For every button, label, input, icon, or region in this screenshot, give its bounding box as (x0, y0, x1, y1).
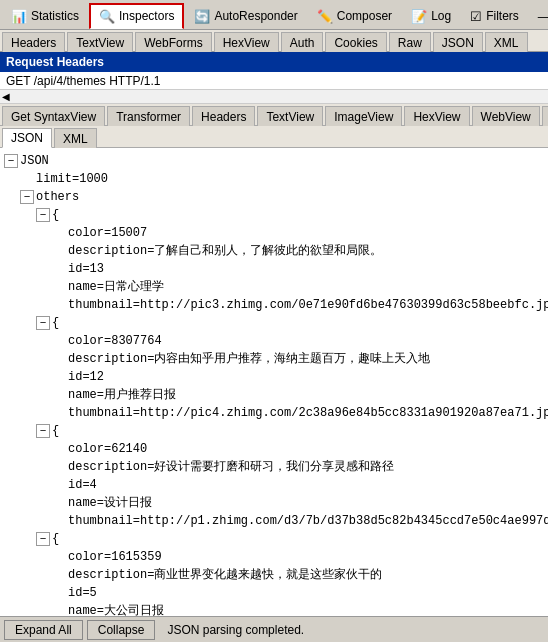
expand-icon[interactable]: − (36, 532, 50, 546)
tree-key-value: description=内容由知乎用户推荐，海纳主题百万，趣味上天入地 (68, 350, 430, 368)
tab-textview[interactable]: TextView (67, 32, 133, 52)
tree-node: thumbnail=http://pic3.zhimg.com/0e71e90f… (4, 296, 544, 314)
tree-node: −{ (4, 314, 544, 332)
json-content-area: −JSONlimit=1000−others−{color=15007descr… (0, 148, 548, 616)
request-headers-bar: Request Headers (0, 52, 548, 72)
tab-webforms[interactable]: WebForms (135, 32, 211, 52)
tab-xml2[interactable]: XML (54, 128, 97, 148)
tree-key-value: id=4 (68, 476, 97, 494)
top-tabbar: 📊 Statistics 🔍 Inspectors 🔄 AutoResponde… (0, 0, 548, 30)
tab-cookies[interactable]: Cookies (325, 32, 386, 52)
tab-composer[interactable]: ✏️ Composer (308, 3, 401, 29)
tree-label: others (36, 188, 79, 206)
log-icon: 📝 (411, 9, 427, 24)
tree-key-value: name=用户推荐日报 (68, 386, 176, 404)
second-tabbar: Headers TextView WebForms HexView Auth C… (0, 30, 548, 52)
expand-icon[interactable]: − (20, 190, 34, 204)
tree-key-value: id=13 (68, 260, 104, 278)
request-url: GET /api/4/themes HTTP/1.1 (0, 72, 548, 90)
tree-node: id=5 (4, 584, 544, 602)
tree-node: description=内容由知乎用户推荐，海纳主题百万，趣味上天入地 (4, 350, 544, 368)
tree-key-value: color=62140 (68, 440, 147, 458)
tree-node: id=12 (4, 368, 544, 386)
tree-key-value: id=12 (68, 368, 104, 386)
filters-icon: ☑ (470, 9, 482, 24)
tab-filters[interactable]: ☑ Filters (461, 3, 528, 29)
json-tree[interactable]: −JSONlimit=1000−others−{color=15007descr… (0, 148, 548, 616)
status-text: JSON parsing completed. (167, 623, 304, 637)
tree-node: description=商业世界变化越来越快，就是这些家伙干的 (4, 566, 544, 584)
expand-icon[interactable]: − (36, 316, 50, 330)
tab-transformer[interactable]: Transformer (107, 106, 190, 126)
autoresponder-icon: 🔄 (194, 9, 210, 24)
tree-node: thumbnail=http://p1.zhimg.com/d3/7b/d37b… (4, 512, 544, 530)
tree-node: color=1615359 (4, 548, 544, 566)
collapse-button[interactable]: Collapse (87, 620, 156, 640)
tree-node: −{ (4, 206, 544, 224)
timeline-icon: — (538, 9, 548, 24)
tree-node: name=日常心理学 (4, 278, 544, 296)
tab-hexview2[interactable]: HexView (404, 106, 469, 126)
tab-raw[interactable]: Raw (389, 32, 431, 52)
scroll-left-icon[interactable]: ◀ (2, 91, 10, 102)
expand-all-button[interactable]: Expand All (4, 620, 83, 640)
tree-node: −JSON (4, 152, 544, 170)
tree-node: name=设计日报 (4, 494, 544, 512)
tab-headers[interactable]: Headers (2, 32, 65, 52)
expand-icon[interactable]: − (36, 424, 50, 438)
tab-filters-label: Filters (486, 9, 519, 23)
tree-node: name=大公司日报 (4, 602, 544, 616)
tree-node: id=13 (4, 260, 544, 278)
tab-autoresponder-label: AutoResponder (214, 9, 297, 23)
tab-composer-label: Composer (337, 9, 392, 23)
tree-node: −{ (4, 530, 544, 548)
tab-inspectors[interactable]: 🔍 Inspectors (89, 3, 184, 29)
tab-inspectors-label: Inspectors (119, 9, 174, 23)
scrollbar-area[interactable]: ◀ (0, 90, 548, 104)
tree-label: JSON (20, 152, 49, 170)
tree-key-value: thumbnail=http://p1.zhimg.com/d3/7b/d37b… (68, 512, 548, 530)
expand-icon[interactable]: − (36, 208, 50, 222)
tab-autoresponder[interactable]: 🔄 AutoResponder (185, 3, 306, 29)
tab-imageview[interactable]: ImageView (325, 106, 402, 126)
tree-node: −others (4, 188, 544, 206)
tree-key-value: id=5 (68, 584, 97, 602)
expand-icon[interactable]: − (4, 154, 18, 168)
tree-node: description=好设计需要打磨和研习，我们分享灵感和路径 (4, 458, 544, 476)
tab-auth2[interactable]: Auth (542, 106, 548, 126)
tree-key-value: description=好设计需要打磨和研习，我们分享灵感和路径 (68, 458, 394, 476)
request-url-text: GET /api/4/themes HTTP/1.1 (6, 74, 161, 88)
tree-label: { (52, 422, 59, 440)
tree-node: color=8307764 (4, 332, 544, 350)
tree-node: name=用户推荐日报 (4, 386, 544, 404)
tree-key-value: description=了解自己和别人，了解彼此的欲望和局限。 (68, 242, 382, 260)
tree-node: −{ (4, 422, 544, 440)
bottom-bar: Expand All Collapse JSON parsing complet… (0, 616, 548, 642)
tree-node: color=15007 (4, 224, 544, 242)
tab-webview[interactable]: WebView (472, 106, 540, 126)
tab-xml[interactable]: XML (485, 32, 528, 52)
tree-key-value: color=15007 (68, 224, 147, 242)
tab-json[interactable]: JSON (433, 32, 483, 52)
tree-node: thumbnail=http://pic4.zhimg.com/2c38a96e… (4, 404, 544, 422)
tree-key-value: color=1615359 (68, 548, 162, 566)
tab-statistics[interactable]: 📊 Statistics (2, 3, 88, 29)
tab-hexview[interactable]: HexView (214, 32, 279, 52)
tab-log[interactable]: 📝 Log (402, 3, 460, 29)
tree-label: { (52, 206, 59, 224)
tab-auth[interactable]: Auth (281, 32, 324, 52)
tree-key-value: thumbnail=http://pic3.zhimg.com/0e71e90f… (68, 296, 548, 314)
tab-textview2[interactable]: TextView (257, 106, 323, 126)
tab-json2[interactable]: JSON (2, 128, 52, 148)
inspectors-icon: 🔍 (99, 9, 115, 24)
statistics-icon: 📊 (11, 9, 27, 24)
tab-timeline[interactable]: — Timeline (529, 3, 548, 29)
tree-node: description=了解自己和别人，了解彼此的欲望和局限。 (4, 242, 544, 260)
request-headers-title: Request Headers (6, 55, 104, 69)
tab-get-syntaxview[interactable]: Get SyntaxView (2, 106, 105, 126)
fourth-tabbar: JSON XML (0, 126, 548, 148)
tree-label: { (52, 530, 59, 548)
main-content: Headers TextView WebForms HexView Auth C… (0, 30, 548, 642)
tree-key-value: name=设计日报 (68, 494, 152, 512)
tab-headers2[interactable]: Headers (192, 106, 255, 126)
